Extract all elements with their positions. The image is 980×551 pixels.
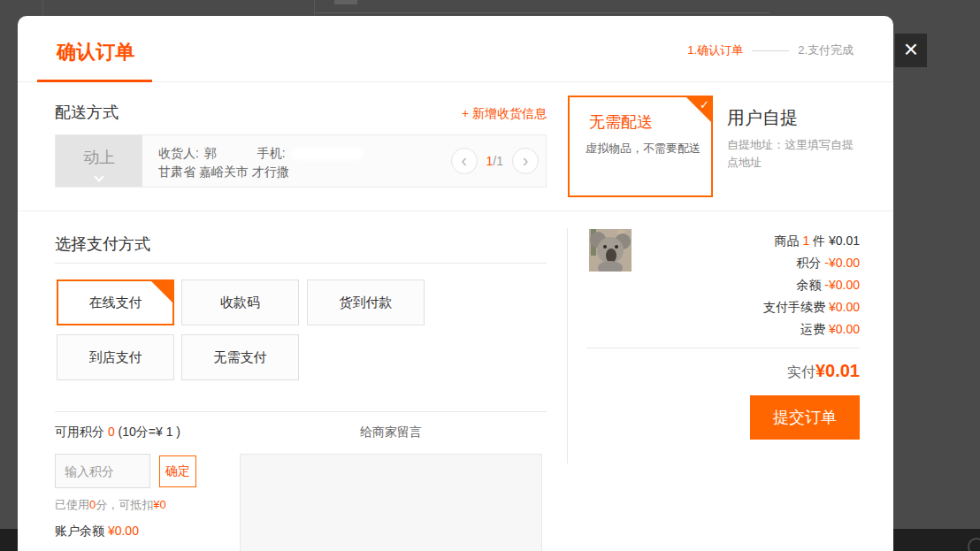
summary-row: 余额 -¥0.00 [584, 274, 860, 296]
balance-value: ¥0.00 [108, 524, 139, 538]
delivery-option-desc: 虚拟物品，不需要配送 [586, 140, 701, 157]
background-glyph [334, 0, 357, 4]
address-tag: 动上 [56, 135, 142, 187]
points-rate: (10分=¥ 1 ) [119, 425, 180, 439]
total-label: 实付 [787, 364, 815, 379]
delivery-option-self-pickup[interactable]: 用户自提 自提地址：这里填写自提点地址 [727, 96, 874, 197]
merchant-message-textarea[interactable] [240, 454, 542, 551]
summary-row: 支付手续费 ¥0.00 [584, 296, 860, 318]
payment-method-cod[interactable]: 货到付款 [307, 279, 425, 325]
used-deduct: ¥0 [153, 498, 165, 511]
row-label: 余额 [796, 278, 821, 292]
section-divider [18, 210, 893, 211]
checkout-steps: 1.确认订单 2.支付完成 [687, 42, 854, 58]
row-amount: -¥0.00 [824, 256, 860, 270]
background-divider [42, 0, 43, 16]
points-used-line: 已使用0分，可抵扣¥0 [55, 497, 166, 513]
used-prefix: 已使用 [55, 498, 89, 511]
order-summary: 商品 1 件 ¥0.01 积分 -¥0.00 余额 -¥0.00 支付手续费 ¥… [584, 230, 860, 341]
points-confirm-button[interactable]: 确定 [159, 455, 196, 487]
payment-method-in-store[interactable]: 到店支付 [57, 334, 174, 380]
summary-row: 运费 ¥0.00 [584, 318, 860, 341]
submit-order-button[interactable]: 提交订单 [750, 395, 860, 440]
payment-method-qr-code[interactable]: 收款码 [181, 279, 299, 325]
step-confirm-order: 1.确认订单 [687, 42, 743, 58]
receiver-label: 收货人: [158, 146, 199, 160]
payment-method-none[interactable]: 无需支付 [181, 334, 299, 380]
payment-method-online[interactable]: 在线支付 ✓ [57, 279, 174, 325]
row-unit: 件 [813, 233, 825, 248]
total-amount: ¥0.01 [815, 361, 860, 380]
points-label: 可用积分 [55, 425, 104, 439]
phone-number-redacted [291, 148, 364, 160]
check-icon: ✓ [700, 98, 709, 111]
summary-row-product: 商品 1 件 ¥0.01 [584, 230, 860, 252]
address-pagination: ‹ 1/1 › [451, 148, 539, 174]
delivery-option-title: 无需配送 [589, 111, 653, 133]
chevron-down-icon [94, 172, 103, 181]
active-tab-underline [37, 80, 152, 82]
address-info: 收货人:郭 手机: 甘肃省 嘉峪关市 才行撒 [142, 135, 369, 187]
background-widget [968, 538, 980, 551]
selected-check-icon: ✓ [685, 96, 712, 123]
confirm-order-modal: 确认订单 1.确认订单 2.支付完成 配送方式 + 新增收货信息 动上 收货人:… [18, 16, 893, 551]
background-divider [314, 0, 315, 16]
step-separator [752, 50, 789, 51]
summary-divider [586, 348, 860, 348]
next-address-button[interactable]: › [512, 148, 539, 174]
delivery-option-desc: 自提地址：这里填写自提点地址 [727, 136, 860, 172]
prev-address-button[interactable]: ‹ [451, 148, 478, 174]
row-amount: ¥0.01 [829, 233, 860, 248]
payment-section-title: 选择支付方式 [55, 233, 150, 255]
payment-method-label: 到店支付 [89, 349, 142, 364]
payment-method-label: 收款码 [220, 295, 260, 310]
summary-row: 积分 -¥0.00 [584, 252, 860, 274]
delivery-section-title: 配送方式 [55, 102, 119, 123]
background-divider [315, 12, 769, 13]
total-payable: 实付¥0.01 [787, 361, 860, 382]
receiver-name: 郭 [204, 146, 217, 160]
used-mid: 分，可抵扣 [96, 498, 153, 511]
page-title: 确认订单 [57, 39, 134, 65]
payment-method-label: 在线支付 [89, 295, 142, 310]
merchant-message-label: 给商家留言 [240, 425, 542, 440]
address-page-count: 1/1 [486, 154, 503, 168]
check-icon: ✓ [164, 281, 172, 324]
row-amount: ¥0.00 [829, 322, 860, 336]
row-label: 支付手续费 [763, 300, 825, 314]
payment-title-divider [55, 263, 547, 264]
row-qty: 1 [802, 233, 809, 248]
page-total: 1 [496, 154, 503, 168]
add-address-link[interactable]: + 新增收货信息 [462, 106, 547, 122]
row-amount: ¥0.00 [829, 300, 860, 314]
step-payment-complete: 2.支付完成 [798, 42, 854, 58]
payment-method-label: 货到付款 [340, 295, 393, 310]
row-amount: -¥0.00 [824, 278, 860, 292]
close-icon[interactable]: × [895, 34, 927, 67]
address-line: 甘肃省 嘉峪关市 才行撒 [158, 163, 369, 181]
phone-label: 手机: [257, 146, 286, 160]
delivery-option-title: 用户自提 [727, 106, 798, 130]
available-points-line: 可用积分 0 (10分=¥ 1 ) [55, 425, 180, 440]
row-label: 运费 [800, 322, 825, 336]
column-divider [567, 228, 568, 463]
payment-method-label: 无需支付 [214, 349, 267, 364]
points-value: 0 [108, 425, 115, 439]
address-tag-label: 动上 [83, 149, 115, 166]
row-label: 积分 [796, 256, 821, 270]
balance-label: 账户余额 [55, 524, 104, 538]
points-input[interactable] [55, 454, 150, 488]
row-label: 商品 [774, 233, 799, 248]
selected-check-icon: ✓ [150, 280, 173, 303]
delivery-option-no-shipping[interactable]: 无需配送 虚拟物品，不需要配送 ✓ [568, 96, 713, 197]
points-section-divider [55, 411, 547, 412]
account-balance-line: 账户余额 ¥0.00 [55, 524, 139, 540]
address-card[interactable]: 动上 收货人:郭 手机: 甘肃省 嘉峪关市 才行撒 ‹ 1/1 › [55, 134, 547, 187]
